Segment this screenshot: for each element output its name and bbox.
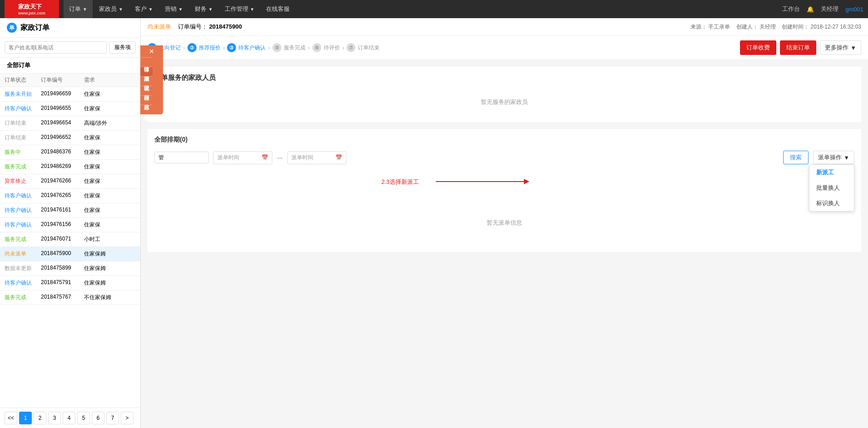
sidebar: 单 家政订单 服务项 全部订单 订单状态 订单编号 需求 服务未开始 20194… (0, 18, 141, 428)
step-num-2: ② (187, 43, 197, 52)
charge-button[interactable]: 订单收费 (740, 40, 776, 55)
pagination-page[interactable]: 6 (92, 412, 104, 424)
sidebar-tab-item[interactable]: 订单日志 (140, 95, 153, 105)
top-navigation: 家政天下 www.jatx.com 订单 ▼ 家政员 ▼ 客户 ▼ 营销 ▼ 财… (0, 0, 868, 18)
order-type: 住家保 (84, 148, 136, 156)
calendar-icon: 📅 (335, 154, 342, 161)
nav-item-finance[interactable]: 财务 ▼ (189, 0, 218, 18)
order-number-label: 订单编号： 2018475900 (178, 23, 242, 31)
app-logo: 家政天下 www.jatx.com (5, 0, 59, 18)
step-7: ⑦ 订单结束 (346, 43, 380, 52)
order-row[interactable]: 待客户确认 2019496655 住家保 (0, 102, 140, 116)
dispatch-filter-row: 派单时间 📅 — 派单时间 📅 搜索 派单操作 ▼ (154, 151, 854, 164)
nav-items: 订单 ▼ 家政员 ▼ 客户 ▼ 营销 ▼ 财务 ▼ 工作管理 ▼ 在线客服 (64, 0, 782, 18)
order-status: 服务完成 (5, 294, 41, 301)
order-row[interactable]: 尚未派单 2018475900 住家保姆 (0, 247, 140, 261)
search-input[interactable] (5, 41, 107, 54)
chevron-down-icon: ▼ (118, 7, 123, 12)
order-row[interactable]: 待客户确认 2019476156 住家保 (0, 218, 140, 232)
order-row[interactable]: 服务中 2019486376 住家保 (0, 145, 140, 160)
user-account[interactable]: gm001 (845, 6, 863, 13)
dropdown-item-new-dispatch[interactable]: 新派工 (809, 165, 854, 180)
steps-bar: ① 意向登记 › ② 推荐报价 › ③ 待客户确认 › ⑤ 服务完成 (141, 36, 868, 60)
order-row[interactable]: 服务完成 2019476071 小时工 (0, 232, 140, 247)
order-info-left: 尚未派单 订单编号： 2018475900 (148, 23, 242, 31)
chevron-down-icon: ▼ (208, 7, 213, 12)
sidebar-tab-item[interactable]: 派单排期 (140, 67, 153, 76)
manager-label: 关经理 (821, 5, 838, 13)
step-arrow-5: › (308, 44, 310, 51)
dispatch-date-from[interactable]: 派单时间 📅 (213, 151, 272, 164)
search-button[interactable]: 搜索 (783, 151, 809, 164)
service-staff-title: 本单服务的家政人员 (154, 74, 854, 82)
dropdown-item-batch-replace[interactable]: 批量换人 (809, 180, 854, 196)
order-type: 住家保 (84, 134, 136, 142)
order-status: 订单结束 (5, 119, 41, 127)
dispatch-date-to[interactable]: 派单时间 📅 (287, 151, 346, 164)
service-filter-button[interactable]: 服务项 (109, 41, 136, 54)
order-info-bar: 尚未派单 订单编号： 2018475900 来源： 手工录单 创建人： 关经理 … (141, 18, 868, 36)
sidebar-tab-item[interactable]: 面试记录 (140, 76, 153, 86)
order-row[interactable]: 数据未更新 2018475899 住家保姆 (0, 261, 140, 276)
order-status: 服务完成 (5, 236, 41, 243)
nav-item-work[interactable]: 工作管理 ▼ (219, 0, 260, 18)
dispatch-search-input[interactable] (154, 152, 209, 163)
annotation-arrow (436, 181, 527, 182)
pagination-page[interactable]: 1 (19, 412, 32, 424)
sidebar-tab-close[interactable]: ✕ (140, 45, 163, 57)
order-status: 待客户确认 (5, 105, 41, 113)
order-status: 待客户确认 (5, 221, 41, 229)
pagination-page[interactable]: 2 (34, 412, 46, 424)
order-status: 订单结束 (5, 134, 41, 142)
order-status: 待客户确认 (5, 279, 41, 287)
annotation-container: 2.3选择新派工 (154, 171, 854, 198)
sidebar-tab-item[interactable]: 订单合同 (140, 86, 153, 95)
order-row[interactable]: 订单结束 2019496652 住家保 (0, 131, 140, 145)
order-type: 住家保姆 (84, 250, 136, 258)
chevron-down-icon: ▼ (250, 7, 255, 12)
dispatch-section-title: 全部排期(0) (154, 136, 854, 144)
order-number: 2019496652 (41, 134, 84, 142)
order-number: 2019496655 (41, 105, 84, 113)
workbench-link[interactable]: 工作台 (782, 5, 800, 13)
order-row[interactable]: 待客户确认 2018475791 住家保姆 (0, 276, 140, 290)
order-number: 2018475791 (41, 279, 84, 287)
step-5: ⑤ 服务完成 (272, 43, 306, 52)
pagination-page[interactable]: 7 (106, 412, 119, 424)
nav-item-service[interactable]: 在线客服 (261, 0, 295, 18)
order-row[interactable]: 服务未开始 2019496659 住家保 (0, 87, 140, 102)
order-row[interactable]: 服务完成 2019486269 住家保 (0, 160, 140, 174)
pagination-next[interactable]: > (121, 412, 133, 424)
nav-item-orders[interactable]: 订单 ▼ (64, 0, 93, 18)
nav-item-customers[interactable]: 客户 ▼ (129, 0, 158, 18)
order-row[interactable]: 订单结束 2019496654 高端/涉外 (0, 116, 140, 131)
order-icon: 单 (7, 23, 17, 33)
sidebar-tab-item[interactable]: 订单详情 (140, 57, 153, 67)
main-content: 本单服务的家政人员 暂无服务的家政员 全部排期(0) 派单时间 📅 — 派单时间… (141, 60, 868, 428)
dropdown-item-mark-replace[interactable]: 标识换人 (809, 196, 854, 211)
notify-icon[interactable]: 🔔 (807, 6, 814, 13)
pagination-page[interactable]: 5 (77, 412, 90, 424)
sidebar-header: 单 家政订单 (0, 18, 140, 38)
dispatch-button[interactable]: 派单操作 ▼ (813, 151, 854, 164)
finish-button[interactable]: 结束订单 (780, 40, 816, 55)
order-status: 数据未更新 (5, 265, 41, 272)
order-type: 住家保 (84, 192, 136, 200)
order-row[interactable]: 待客户确认 2019476265 住家保 (0, 189, 140, 203)
order-row[interactable]: 待客户确认 2019476161 住家保 (0, 203, 140, 218)
more-actions-button[interactable]: 更多操作 ▼ (820, 40, 861, 55)
nav-item-marketing[interactable]: 营销 ▼ (159, 0, 188, 18)
pagination-prev[interactable]: << (5, 412, 17, 424)
steps: ① 意向登记 › ② 推荐报价 › ③ 待客户确认 › ⑤ 服务完成 (148, 43, 380, 52)
chevron-down-icon: ▼ (850, 44, 856, 51)
order-row[interactable]: 异常终止 2019476266 住家保 (0, 174, 140, 189)
step-num-3: ③ (227, 43, 236, 52)
order-type: 小时工 (84, 236, 136, 243)
sidebar-tab-item[interactable]: 订单备注 (140, 105, 153, 114)
order-row[interactable]: 服务完成 2018475767 不住家保姆 (0, 290, 140, 305)
nav-item-staff[interactable]: 家政员 ▼ (94, 0, 128, 18)
order-type: 住家保 (84, 90, 136, 98)
order-status: 服务未开始 (5, 90, 41, 98)
pagination-page[interactable]: 4 (63, 412, 75, 424)
pagination-page[interactable]: 3 (48, 412, 61, 424)
